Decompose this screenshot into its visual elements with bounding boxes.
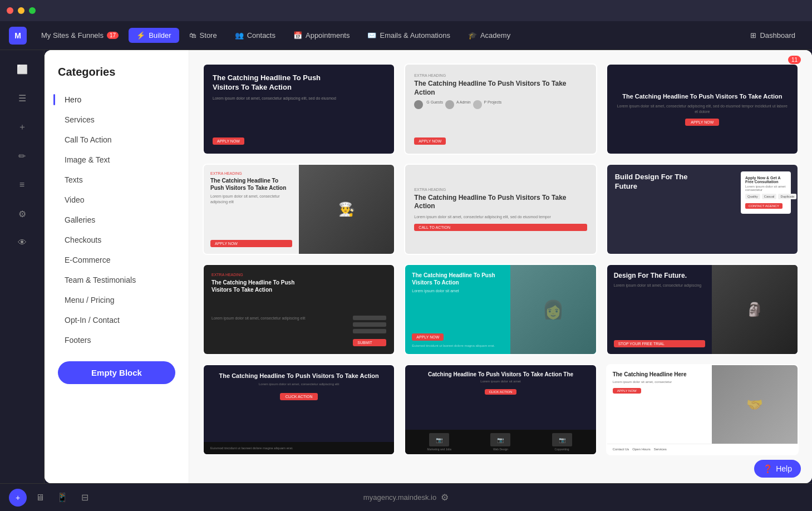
card4-cta: APPLY NOW: [210, 240, 292, 247]
card10-bottom: Euismod tincidunt ut laoreet dolore magn…: [210, 446, 387, 450]
nav-store-label: Store: [200, 31, 217, 40]
card1-headline: The Catching Headline To Push Visitors T…: [213, 73, 325, 92]
nav-emails-label: Emails & Automations: [380, 31, 450, 40]
category-hero[interactable]: Hero: [58, 90, 175, 110]
minimize-button[interactable]: [18, 7, 24, 14]
maximize-button[interactable]: [29, 7, 36, 14]
card7-cta: SUBMIT: [353, 339, 386, 346]
empty-block-button[interactable]: Empty Block: [58, 361, 175, 384]
card6-widget-cta: CONTACT AGENCY: [745, 203, 783, 209]
category-menu[interactable]: Menu / Pricing: [58, 290, 175, 310]
sidebar-icon-lines[interactable]: ≡: [12, 175, 32, 195]
category-ecommerce[interactable]: E-Commerce: [58, 250, 175, 270]
category-galleries[interactable]: Galleries: [58, 210, 175, 230]
template-card-8[interactable]: The Catching Headline To Push Visitors T…: [404, 264, 597, 355]
nav-my-sites[interactable]: My Sites & Funnels 17: [33, 28, 126, 43]
sidebar-icon-settings[interactable]: ⚙: [12, 204, 32, 224]
nav-emails[interactable]: ✉️ Emails & Automations: [360, 28, 457, 43]
sidebar-icon-hamburger[interactable]: ☰: [12, 88, 32, 108]
card6-widget-title: Apply Now & Get A Free Consultation: [745, 176, 786, 184]
card2-headline: The Catching Headline To Push Visitors T…: [414, 80, 587, 97]
category-texts[interactable]: Texts: [58, 170, 175, 190]
card10-headline: The Catching Headline To Push Visitors T…: [210, 372, 387, 380]
card1-subtext: Lorem ipsum dolor sit amet, consectetur …: [213, 96, 385, 101]
sidebar-icon-edit[interactable]: ✏: [12, 146, 32, 166]
nav-store[interactable]: 🛍 Store: [181, 28, 225, 43]
top-navigation: M My Sites & Funnels 17 ⚡ Builder 🛍 Stor…: [0, 21, 812, 50]
card11-cta: CLICK ACTION: [485, 389, 517, 395]
nav-dashboard[interactable]: ⊞ Dashboard: [742, 28, 803, 43]
modal-sidebar: Categories Hero Services Call To Action …: [45, 50, 189, 483]
titlebar: [0, 0, 812, 21]
help-button[interactable]: ❓ Help: [754, 460, 801, 478]
category-services[interactable]: Services: [58, 110, 175, 130]
categories-title: Categories: [58, 66, 175, 78]
template-card-2[interactable]: EXTRA HEADING The Catching Headline To P…: [404, 63, 597, 155]
template-card-9[interactable]: Design For The Future. Lorem ipsum dolor…: [606, 264, 799, 355]
add-section-button[interactable]: +: [9, 489, 27, 507]
nav-builder-label: Builder: [149, 31, 171, 40]
template-card-4[interactable]: EXTRA HEADING The Catching Headline To P…: [203, 164, 395, 255]
left-sidebar: ⬜ ☰ ＋ ✏ ≡ ⚙ 👁: [0, 50, 45, 483]
nav-builder[interactable]: ⚡ Builder: [129, 28, 179, 43]
notifications-badge[interactable]: 11: [788, 56, 801, 64]
card6-tag1: Quality: [745, 194, 760, 199]
template-card-12[interactable]: The Catching Headline Here Lorem ipsum d…: [606, 364, 799, 455]
contacts-icon: 👥: [235, 31, 244, 40]
bottom-bar-icons: + 🖥 📱 ⊟: [9, 489, 93, 507]
category-image-text[interactable]: Image & Text: [58, 150, 175, 170]
sidebar-icon-add[interactable]: ＋: [12, 117, 32, 137]
category-footers[interactable]: Footers: [58, 330, 175, 350]
template-card-5[interactable]: EXTRA HEADING The Catching Headline To P…: [404, 164, 597, 255]
category-team[interactable]: Team & Testimonials: [58, 270, 175, 290]
template-card-1[interactable]: The Catching Headline To Push Visitors T…: [203, 63, 395, 155]
desktop-view-button[interactable]: 🖥: [31, 489, 49, 507]
my-sites-badge: 17: [107, 32, 119, 39]
app-logo: M: [9, 27, 27, 45]
mobile-view-button[interactable]: 📱: [53, 489, 71, 507]
card3-subtext: Lorem ipsum dolor sit amet, consectetur …: [616, 104, 789, 115]
template-card-6[interactable]: Build Design For The Future Apply Now & …: [606, 164, 799, 255]
card6-widget-text: Lorem ipsum dolor sit amet consectetur: [745, 185, 786, 191]
card6-headline: Build Design For The Future: [615, 173, 711, 191]
category-checkouts[interactable]: Checkouts: [58, 230, 175, 250]
card8-cta: APPLY NOW: [412, 333, 444, 341]
tablet-view-button[interactable]: ⊟: [76, 489, 93, 507]
academy-icon: 🎓: [468, 31, 477, 40]
card9-cta: STOP YOUR FREE TRIAL: [614, 340, 705, 347]
category-optin[interactable]: Opt-In / Contact: [58, 310, 175, 330]
card8-image: 👩: [510, 265, 596, 354]
card1-cta: APPLY NOW: [213, 137, 244, 145]
template-modal: Categories Hero Services Call To Action …: [45, 50, 812, 483]
card2-tag: EXTRA HEADING: [414, 73, 587, 77]
sidebar-icon-eye[interactable]: 👁: [12, 233, 32, 253]
category-video[interactable]: Video: [58, 190, 175, 210]
nav-appointments[interactable]: 📅 Appointments: [286, 28, 358, 43]
template-card-10[interactable]: The Catching Headline To Push Visitors T…: [203, 364, 395, 455]
category-cta[interactable]: Call To Action: [58, 130, 175, 150]
card4-headline: The Catching Headline To Push Visitors T…: [210, 177, 292, 191]
card12-headline: The Catching Headline Here: [613, 371, 706, 378]
nav-appointments-label: Appointments: [306, 31, 350, 40]
templates-grid-container: The Catching Headline To Push Visitors T…: [189, 50, 812, 483]
site-url: myagency.maindesk.io: [363, 493, 436, 502]
nav-contacts[interactable]: 👥 Contacts: [227, 28, 283, 43]
nav-academy[interactable]: 🎓 Academy: [460, 28, 518, 43]
nav-contacts-label: Contacts: [247, 31, 275, 40]
sidebar-icon-square[interactable]: ⬜: [12, 59, 32, 79]
template-card-7[interactable]: EXTRA HEADING The Catching Headline To P…: [203, 264, 395, 355]
card3-headline: The Catching Headline To Push Visitors T…: [622, 92, 782, 100]
card2-avatars: G Guests A Admin P Projects: [414, 100, 587, 109]
card6-tag3: Duplicate: [778, 194, 796, 199]
close-button[interactable]: [7, 7, 13, 14]
store-icon: 🛍: [189, 31, 196, 40]
appointments-icon: 📅: [293, 31, 302, 40]
settings-gear-icon[interactable]: ⚙: [441, 492, 449, 503]
nav-my-sites-label: My Sites & Funnels: [41, 31, 104, 40]
template-card-3[interactable]: The Catching Headline To Push Visitors T…: [606, 63, 799, 155]
dashboard-icon: ⊞: [750, 31, 756, 40]
template-card-11[interactable]: Catching Headline To Push Visitors To Ta…: [404, 364, 597, 455]
card5-cta: CALL TO ACTION: [414, 224, 587, 231]
card5-headline: The Catching Headline To Push Visitors T…: [414, 194, 587, 211]
card12-cta: APPLY NOW: [613, 388, 641, 394]
